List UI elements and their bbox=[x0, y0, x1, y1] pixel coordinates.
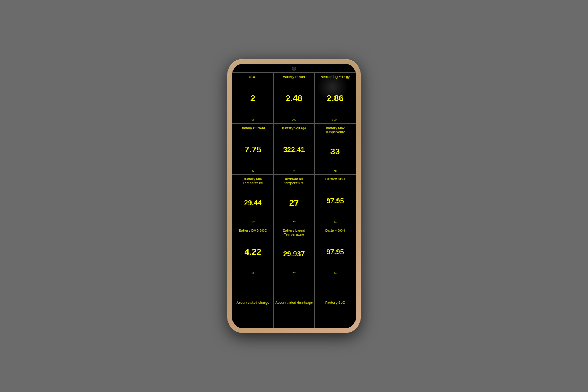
cell-battery-soh-1-label: Battery SOH bbox=[325, 177, 345, 181]
cell-battery-soh-2-value: 97.95 bbox=[326, 249, 344, 256]
phone-screen: SOC 2 % Battery Power 2.48 kW Remaining … bbox=[232, 64, 356, 328]
cell-accumulated-charge: Accumulated charge bbox=[232, 277, 274, 328]
phone-device: SOC 2 % Battery Power 2.48 kW Remaining … bbox=[227, 59, 361, 333]
cell-ambient-air-temp-unit: ℃ bbox=[292, 221, 296, 224]
cell-battery-min-temp-unit: ℃ bbox=[251, 221, 255, 224]
cell-battery-voltage: Battery Voltage 322.41 V bbox=[274, 124, 315, 175]
cell-battery-bms-soc: Battery BMS SOC 4.22 % bbox=[232, 226, 274, 278]
cell-soc: SOC 2 % bbox=[232, 73, 274, 124]
cell-battery-power-unit: kW bbox=[292, 118, 296, 122]
cell-battery-max-temp-label: Battery Max Temperature bbox=[316, 126, 354, 134]
cell-battery-current-unit: A bbox=[252, 169, 254, 173]
cell-remaining-energy: Remaining Energy 2.86 kWh bbox=[315, 73, 356, 124]
app-screen: SOC 2 % Battery Power 2.48 kW Remaining … bbox=[232, 64, 356, 328]
cell-battery-liquid-temp: Battery Liquid Temperature 29.937 ℃ bbox=[274, 226, 315, 278]
cell-accumulated-discharge: Accumulated discharge bbox=[274, 277, 315, 328]
cell-remaining-energy-unit: kWh bbox=[332, 118, 338, 122]
cell-soc-label: SOC bbox=[249, 75, 256, 79]
cell-battery-liquid-temp-label: Battery Liquid Temperature bbox=[275, 229, 313, 236]
cell-battery-voltage-label: Battery Voltage bbox=[282, 126, 306, 130]
cell-battery-power: Battery Power 2.48 kW bbox=[274, 73, 315, 124]
cell-battery-liquid-temp-value: 29.937 bbox=[283, 250, 305, 258]
cell-battery-max-temp-value: 33 bbox=[330, 147, 340, 156]
cell-battery-min-temp-label: Battery Min Temperature bbox=[234, 177, 272, 185]
cell-factory-soc-label: Factory SoC bbox=[325, 301, 345, 305]
cell-battery-min-temp-value: 29.44 bbox=[244, 200, 261, 207]
cell-battery-soh-1: Battery SOH 97.95 % bbox=[315, 175, 356, 226]
cell-battery-soh-1-unit: % bbox=[334, 221, 336, 224]
cell-battery-max-temp-unit: ℃ bbox=[334, 169, 337, 173]
cell-battery-current-label: Battery Current bbox=[241, 126, 265, 130]
cell-battery-current: Battery Current 7.75 A bbox=[232, 124, 274, 175]
cell-ambient-air-temp-label: Ambient air temperature bbox=[275, 177, 313, 185]
cell-battery-power-value: 2.48 bbox=[286, 94, 303, 103]
cell-battery-current-value: 7.75 bbox=[245, 145, 261, 154]
cell-battery-soh-2-label: Battery SOH bbox=[325, 229, 345, 232]
cell-remaining-energy-label: Remaining Energy bbox=[321, 75, 350, 79]
cell-ambient-air-temp-value: 27 bbox=[289, 199, 299, 207]
cell-factory-soc: Factory SoC bbox=[315, 277, 356, 328]
cell-battery-bms-soc-value: 4.22 bbox=[245, 248, 261, 256]
cell-soc-value: 2 bbox=[250, 94, 255, 103]
cell-battery-liquid-temp-unit: ℃ bbox=[292, 272, 296, 275]
cell-battery-soh-1-value: 97.95 bbox=[326, 198, 344, 205]
cell-accumulated-discharge-label: Accumulated discharge bbox=[275, 301, 313, 305]
battery-data-grid: SOC 2 % Battery Power 2.48 kW Remaining … bbox=[232, 72, 356, 328]
cell-battery-soh-2: Battery SOH 97.95 % bbox=[315, 226, 356, 278]
cell-soc-unit: % bbox=[251, 118, 254, 122]
cell-battery-voltage-unit: V bbox=[293, 169, 295, 173]
cell-battery-soh-2-unit: % bbox=[334, 272, 336, 275]
cell-battery-power-label: Battery Power bbox=[283, 75, 305, 79]
cell-accumulated-charge-label: Accumulated charge bbox=[236, 301, 269, 305]
cell-remaining-energy-value: 2.86 bbox=[327, 94, 344, 103]
cell-battery-bms-soc-label: Battery BMS SOC bbox=[239, 229, 267, 232]
cell-ambient-air-temp: Ambient air temperature 27 ℃ bbox=[274, 175, 315, 226]
front-camera-icon bbox=[292, 67, 296, 71]
cell-battery-voltage-value: 322.41 bbox=[283, 146, 305, 153]
cell-battery-bms-soc-unit: % bbox=[251, 272, 254, 275]
cell-battery-max-temp: Battery Max Temperature 33 ℃ bbox=[315, 124, 356, 175]
cell-battery-min-temp: Battery Min Temperature 29.44 ℃ bbox=[232, 175, 274, 226]
